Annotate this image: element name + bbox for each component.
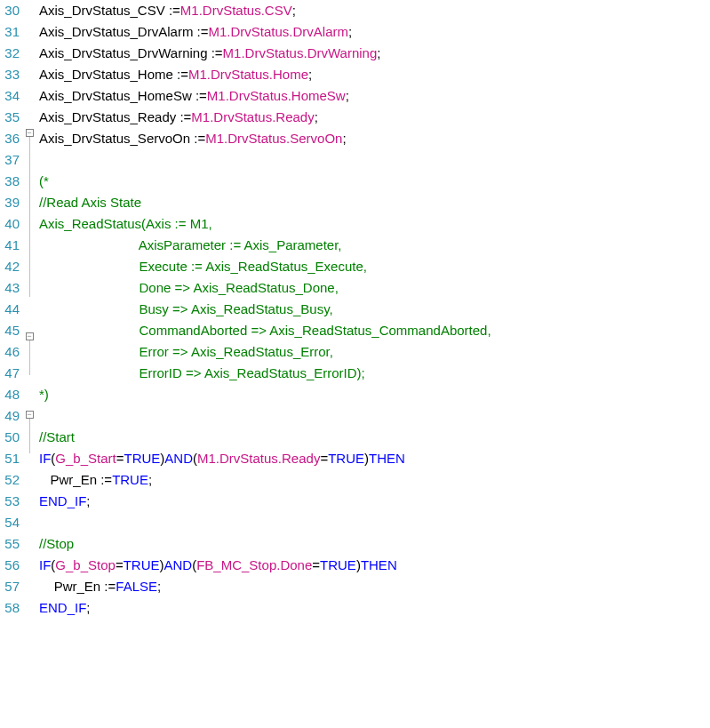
code-line[interactable]: Axis_DrvStatus_DrvWarning := M1.DrvStatu… — [39, 43, 710, 64]
code-token: Axis_DrvStatus_DrvWarning := — [39, 43, 223, 64]
fold-collapse-icon[interactable]: − — [26, 332, 34, 340]
code-token: TRUE — [124, 448, 160, 469]
code-token: END_IF — [39, 491, 86, 512]
line-number: 55 — [0, 533, 20, 555]
code-line[interactable]: Error => Axis_ReadStatus_Error, — [39, 341, 710, 363]
line-number: 34 — [0, 85, 20, 107]
code-area[interactable]: Axis_DrvStatus_CSV := M1.DrvStatus.CSV;A… — [36, 0, 710, 619]
line-number: 49 — [0, 405, 20, 427]
fold-cell — [23, 31, 36, 47]
fold-cell[interactable]: − — [23, 125, 36, 141]
fold-collapse-icon[interactable]: − — [26, 129, 34, 137]
fold-cell — [23, 172, 36, 188]
fold-cell[interactable]: − — [23, 406, 36, 422]
code-token: G_b_Stop — [55, 555, 116, 576]
fold-cell — [23, 313, 36, 329]
fold-cell — [23, 109, 36, 125]
code-token: TRUE — [124, 555, 160, 576]
code-line[interactable]: Axis_DrvStatus_Ready := M1.DrvStatus.Rea… — [39, 107, 710, 128]
code-token: *) — [39, 384, 49, 405]
line-number: 47 — [0, 363, 20, 384]
fold-cell — [23, 78, 36, 94]
fold-column[interactable]: −−− — [23, 0, 36, 619]
code-line[interactable]: Pwr_En := FALSE; — [39, 576, 710, 597]
line-number: 44 — [0, 299, 20, 320]
code-token: //Read Axis State — [39, 192, 141, 213]
line-number: 39 — [0, 192, 20, 213]
fold-cell — [23, 0, 36, 16]
code-line[interactable]: ErrorID => Axis_ReadStatus_ErrorID); — [39, 363, 710, 384]
code-line[interactable]: AxisParameter := Axis_Parameter, — [39, 235, 710, 256]
code-editor[interactable]: 3031323334353637383940414243444546474849… — [0, 0, 710, 619]
code-token: IF — [39, 555, 51, 576]
code-line[interactable]: END_IF; — [39, 491, 710, 512]
fold-cell — [23, 438, 36, 454]
code-line[interactable]: IF (G_b_Stop = TRUE) AND (FB_MC_Stop.Don… — [39, 555, 710, 576]
fold-cell — [23, 140, 36, 156]
code-line[interactable]: Axis_DrvStatus_ServoOn := M1.DrvStatus.S… — [39, 128, 710, 149]
code-line[interactable]: //Read Axis State — [39, 192, 710, 213]
code-line[interactable]: CommandAborted => Axis_ReadStatus_Comman… — [39, 320, 710, 341]
code-token: Axis_DrvStatus_HomeSw := — [39, 85, 207, 107]
code-token: ; — [86, 597, 90, 619]
fold-cell — [23, 266, 36, 282]
code-token: ; — [292, 0, 296, 21]
code-line[interactable]: END_IF; — [39, 597, 710, 619]
code-line[interactable]: Axis_DrvStatus_CSV := M1.DrvStatus.CSV; — [39, 0, 710, 21]
code-token: Axis_DrvStatus_ServoOn := — [39, 128, 205, 149]
code-token: TRUE — [112, 469, 148, 491]
code-line[interactable] — [39, 149, 710, 171]
fold-collapse-icon[interactable]: − — [26, 411, 34, 419]
code-line[interactable]: Axis_DrvStatus_HomeSw := M1.DrvStatus.Ho… — [39, 85, 710, 107]
code-token: = — [312, 555, 320, 576]
fold-cell — [23, 16, 36, 32]
code-line[interactable]: Done => Axis_ReadStatus_Done, — [39, 277, 710, 299]
line-number: 38 — [0, 171, 20, 192]
code-line[interactable]: Busy => Axis_ReadStatus_Busy, — [39, 299, 710, 320]
code-line[interactable]: (* — [39, 171, 710, 192]
fold-cell — [23, 422, 36, 438]
line-number: 40 — [0, 213, 20, 235]
line-number: 36 — [0, 128, 20, 149]
code-line[interactable] — [39, 405, 710, 427]
code-token: M1.DrvStatus.HomeSw — [207, 85, 346, 107]
fold-cell — [23, 156, 36, 172]
code-line[interactable]: Axis_DrvStatus_Home := M1.DrvStatus.Home… — [39, 64, 710, 85]
code-line[interactable]: //Start — [39, 427, 710, 448]
fold-cell — [23, 282, 36, 298]
fold-cell — [23, 297, 36, 313]
code-token: Axis_ReadStatus(Axis := M1, — [39, 213, 212, 235]
code-token: G_b_Start — [55, 448, 116, 469]
code-line[interactable]: IF (G_b_Start = TRUE) AND (M1.DrvStatus.… — [39, 448, 710, 469]
code-token: CommandAborted => Axis_ReadStatus_Comman… — [39, 320, 491, 341]
code-line[interactable] — [39, 512, 710, 533]
line-number: 50 — [0, 427, 20, 448]
fold-cell — [23, 204, 36, 220]
code-token: (* — [39, 171, 49, 192]
code-token: Busy => Axis_ReadStatus_Busy, — [39, 299, 333, 320]
fold-cell — [23, 188, 36, 204]
code-token: ; — [157, 576, 161, 597]
line-number: 56 — [0, 555, 20, 576]
fold-cell[interactable]: − — [23, 328, 36, 344]
code-token: Pwr_En := — [39, 469, 112, 491]
code-token: M1.DrvStatus.CSV — [180, 0, 292, 21]
code-line[interactable]: Axis_ReadStatus(Axis := M1, — [39, 213, 710, 235]
code-token: TRUE — [328, 448, 364, 469]
line-number: 41 — [0, 235, 20, 256]
code-line[interactable]: Execute := Axis_ReadStatus_Execute, — [39, 256, 710, 277]
line-number: 31 — [0, 21, 20, 43]
code-token: THEN — [361, 555, 397, 576]
code-token: END_IF — [39, 597, 86, 619]
code-token: ; — [315, 107, 318, 128]
code-token: AND — [164, 448, 193, 469]
code-token: FALSE — [116, 576, 157, 597]
code-line[interactable]: *) — [39, 384, 710, 405]
code-line[interactable]: //Stop — [39, 533, 710, 555]
code-token: M1.DrvStatus.Ready — [197, 448, 320, 469]
line-number: 37 — [0, 149, 20, 171]
code-line[interactable]: Pwr_En := TRUE; — [39, 469, 710, 491]
code-token: Execute := Axis_ReadStatus_Execute, — [39, 256, 367, 277]
code-line[interactable]: Axis_DrvStatus_DrvAlarm := M1.DrvStatus.… — [39, 21, 710, 43]
fold-cell — [23, 62, 36, 78]
